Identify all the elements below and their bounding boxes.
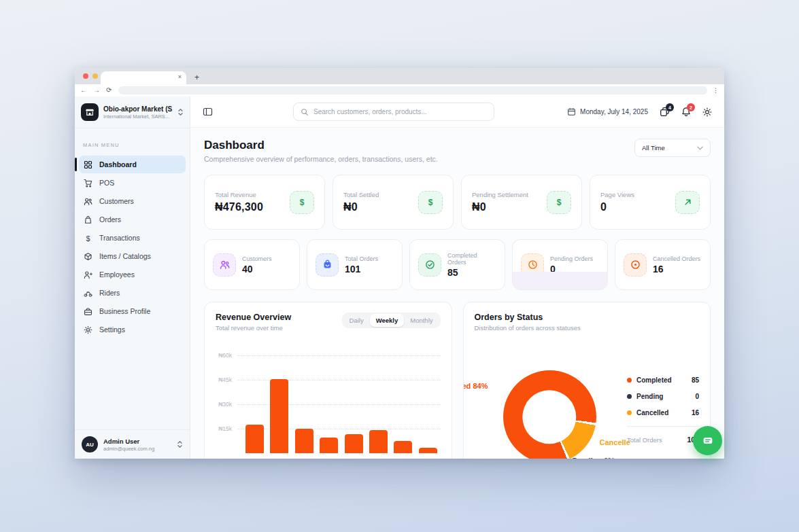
revenue-bar-chart: ₦60k₦45k₦30k₦15k <box>216 352 441 459</box>
search-icon <box>301 108 309 116</box>
stat-card-completed-orders: Completed Orders 85 <box>409 239 505 290</box>
y-axis-tick: ₦30k <box>216 401 237 408</box>
toggle-weekly[interactable]: Weekly <box>370 314 405 327</box>
orders-tray-button[interactable]: 4 <box>660 107 670 117</box>
browser-tab[interactable]: × <box>101 71 186 84</box>
browser-toolbar: ← → ⟳ ⋮ <box>75 84 724 96</box>
person-plus-icon <box>84 270 92 279</box>
window-minimize-button[interactable] <box>92 73 98 79</box>
chat-widget-button[interactable] <box>693 426 722 455</box>
global-search[interactable] <box>293 103 494 121</box>
theme-toggle-sun-icon[interactable] <box>702 107 712 117</box>
refresh-icon[interactable]: ⟳ <box>106 87 112 94</box>
time-range-select[interactable]: All Time <box>634 139 711 157</box>
window-close-button[interactable] <box>83 73 88 79</box>
revenue-bar <box>345 434 363 453</box>
tab-close-icon[interactable]: × <box>178 73 182 80</box>
date-display[interactable]: Monday, July 14, 2025 <box>567 107 648 116</box>
donut-label-cancelled: Cancelled 16% <box>600 438 630 446</box>
notifications-badge: 2 <box>687 103 695 111</box>
revenue-bar <box>270 379 288 453</box>
package-icon <box>84 252 92 261</box>
y-axis-tick: ₦15k <box>216 425 237 432</box>
page-title: Dashboard <box>204 139 438 152</box>
stat-card-pending-settlement: Pending Settlement ₦0 $ <box>461 175 582 230</box>
chart-title: Revenue Overview <box>216 313 291 322</box>
stat-card-page-views: Page Views 0 <box>590 175 711 230</box>
legend-total-row: Total Orders 101 <box>627 436 699 444</box>
sidebar-item-label: POS <box>99 179 114 187</box>
dollar-icon: $ <box>290 191 314 214</box>
market-logo <box>81 103 99 121</box>
stat-card-total-revenue: Total Revenue ₦476,300 $ <box>204 175 325 230</box>
user-name: Admin User <box>103 438 154 445</box>
back-icon[interactable]: ← <box>80 87 87 94</box>
revenue-bar <box>245 425 264 453</box>
browser-menu-icon[interactable]: ⋮ <box>713 87 719 94</box>
total-orders-label: Total Orders <box>627 436 662 444</box>
new-tab-button[interactable]: + <box>194 73 199 82</box>
legend-name: Pending <box>636 393 663 400</box>
legend-dot <box>627 378 632 383</box>
sidebar-item-dashboard[interactable]: Dashboard <box>79 156 186 173</box>
sidebar-item-transactions[interactable]: $ Transactions <box>79 229 186 247</box>
stat-value: 16 <box>653 264 700 274</box>
sidebar-item-label: Business Profile <box>99 307 150 315</box>
chevrons-up-down-icon <box>177 108 184 116</box>
sidebar-item-customers[interactable]: Customers <box>79 192 186 210</box>
legend-dot <box>627 394 632 399</box>
sidebar-item-items-catalogs[interactable]: Items / Catalogs <box>79 247 186 265</box>
people-icon <box>213 253 236 277</box>
revenue-overview-card: Revenue Overview Total revenue over time… <box>204 302 452 459</box>
legend-value: 85 <box>692 376 699 384</box>
briefcase-icon <box>84 307 92 316</box>
stat-label: Pending Settlement <box>472 191 528 198</box>
y-axis-tick: ₦45k <box>216 376 237 383</box>
gear-icon <box>84 325 92 334</box>
sidebar-item-label: Riders <box>99 289 120 297</box>
sidebar-item-label: Settings <box>99 325 125 334</box>
toggle-monthly[interactable]: Monthly <box>404 314 439 327</box>
menu-section-label: MAIN MENU <box>75 132 190 155</box>
sidebar-item-label: Employees <box>99 270 135 279</box>
grid-icon <box>84 160 92 169</box>
chart-subtitle: Total revenue over time <box>216 324 291 332</box>
sidebar-item-employees[interactable]: Employees <box>79 266 186 283</box>
legend-dot <box>627 410 632 415</box>
browser-tabstrip: × + <box>75 68 724 84</box>
sidebar-collapse-button[interactable] <box>203 107 213 117</box>
calendar-icon <box>567 107 576 116</box>
search-input[interactable] <box>313 108 487 116</box>
chart-title: Orders by Status <box>475 313 581 322</box>
bag-icon <box>84 215 92 224</box>
panel-left-icon <box>203 107 213 117</box>
legend-row-cancelled: Cancelled 16 <box>627 409 699 416</box>
user-profile-switcher[interactable]: AU Admin User admin@queek.com.ng <box>75 429 190 459</box>
donut-label-pending: Pending 0% <box>573 457 615 459</box>
svg-text:$: $ <box>86 234 90 242</box>
sidebar-item-settings[interactable]: Settings <box>79 321 186 338</box>
people-icon <box>84 197 92 206</box>
sidebar-item-riders[interactable]: Riders <box>79 284 186 302</box>
sidebar-item-orders[interactable]: Orders <box>79 211 186 228</box>
orders-by-status-card: Orders by Status Distribution of orders … <box>463 302 711 459</box>
stat-value: 101 <box>345 264 378 274</box>
market-subtitle: International Market, SARS... <box>103 113 173 120</box>
address-bar[interactable] <box>118 86 707 94</box>
chart-subtitle: Distribution of orders across statuses <box>475 324 581 332</box>
stat-value: 85 <box>447 267 496 278</box>
notifications-button[interactable]: 2 <box>681 107 691 117</box>
toggle-daily[interactable]: Daily <box>343 314 370 327</box>
page-subtitle: Comprehensive overview of performance, o… <box>204 155 438 163</box>
orders-donut-chart <box>503 370 596 459</box>
revenue-bar <box>295 429 313 453</box>
dollar-icon: $ <box>84 234 92 243</box>
sidebar-item-pos[interactable]: POS <box>79 174 186 192</box>
sidebar: Obio-akpor Market (S... International Ma… <box>75 96 190 459</box>
sidebar-item-business-profile[interactable]: Business Profile <box>79 302 186 320</box>
cart-icon <box>84 179 92 188</box>
market-switcher[interactable]: Obio-akpor Market (S... International Ma… <box>75 96 190 128</box>
forward-icon[interactable]: → <box>93 87 100 94</box>
stat-value: 0 <box>600 201 634 213</box>
chevrons-up-down-icon <box>177 440 183 448</box>
